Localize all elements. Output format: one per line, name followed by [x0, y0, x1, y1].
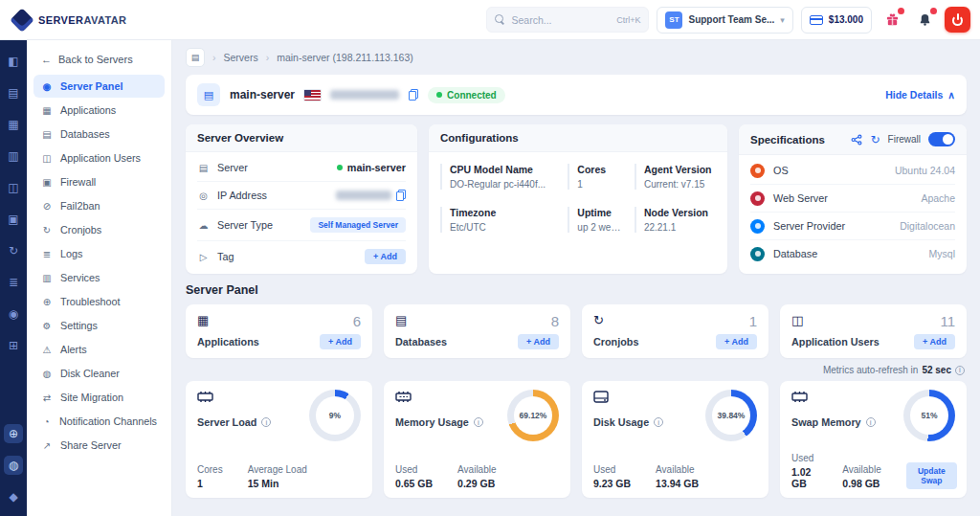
config-agent-version: Agent VersionCurrent: v7.15 [635, 164, 716, 190]
rail-servers-icon[interactable]: ▤ [4, 83, 23, 102]
applications-stat-card[interactable]: ▦6 Applications+ Add [186, 304, 372, 358]
redacted-ip [336, 191, 391, 200]
power-button[interactable] [945, 7, 970, 33]
rail-support-icon[interactable]: ⊕ [4, 424, 23, 443]
users-icon: ◫ [41, 153, 53, 164]
breadcrumb-servers[interactable]: Servers [224, 52, 258, 63]
green-dot-icon [337, 165, 343, 170]
rail-firewall-icon[interactable]: ▣ [4, 210, 23, 229]
search-input[interactable] [511, 14, 599, 26]
info-icon[interactable] [261, 417, 271, 427]
server-header-bar: ▤ main-server Connected Hide Details∧ [186, 75, 967, 115]
sidebar-item-application-users[interactable]: ◫Application Users [33, 146, 165, 169]
rail-cronjobs-icon[interactable]: ↻ [4, 241, 23, 260]
mysql-icon [750, 247, 765, 261]
sidebar-item-firewall[interactable]: ▣Firewall [33, 170, 165, 193]
cronjobs-stat-card[interactable]: ↻1 Cronjobs+ Add [582, 304, 768, 358]
search-box[interactable]: Ctrl+K [486, 7, 649, 33]
rail-terminal-icon[interactable]: ⊞ [4, 336, 23, 355]
brand-part1: SERVER [38, 14, 83, 26]
sidebar-item-logs[interactable]: ≣Logs [33, 242, 165, 265]
sidebar-item-alerts[interactable]: ⚠Alerts [33, 338, 165, 361]
copy-icon[interactable] [396, 190, 406, 201]
share-icon: ↗ [41, 440, 53, 451]
update-swap-button[interactable]: Update Swap [906, 462, 957, 489]
stat-label: Application Users [791, 336, 880, 348]
add-cronjob-button[interactable]: + Add [716, 334, 757, 349]
row-label: Server [217, 162, 248, 173]
notifications-button[interactable] [912, 8, 937, 33]
databases-stat-card[interactable]: ▤8 Databases+ Add [384, 304, 570, 358]
sidebar-item-server-panel[interactable]: ◉Server Panel [33, 75, 165, 98]
sidebar-item-fail2ban[interactable]: ⊘Fail2ban [33, 194, 165, 217]
share-icon[interactable] [851, 134, 862, 146]
rail-applications-icon[interactable]: ▦ [4, 115, 23, 134]
application-users-stat-card[interactable]: ◫11 Application Users+ Add [780, 304, 967, 358]
copy-icon[interactable] [409, 89, 418, 101]
sidebar-item-applications[interactable]: ▦Applications [33, 99, 165, 122]
sidebar-item-troubleshoot[interactable]: ⊕Troubleshoot [33, 290, 165, 313]
firewall-toggle[interactable] [928, 132, 955, 146]
rail-dashboard-icon[interactable]: ◧ [4, 52, 23, 71]
refresh-icon: ↻ [41, 225, 53, 236]
info-icon[interactable] [955, 366, 965, 375]
sidebar-item-label: Site Migration [60, 392, 123, 403]
swap-memory-icon [791, 391, 808, 403]
metric-title: Swap Memory [791, 416, 861, 428]
sidebar-item-label: Alerts [60, 344, 87, 355]
rail-databases-icon[interactable]: ▥ [4, 146, 23, 166]
sidebar-item-services[interactable]: ▥Services [33, 266, 165, 289]
rail-users-icon[interactable]: ◫ [4, 178, 23, 197]
sidebar-item-label: Notification Channels [59, 415, 157, 427]
metric-title: Server Load [197, 416, 256, 428]
add-database-button[interactable]: + Add [518, 334, 559, 349]
team-name: Support Team Se... [688, 14, 774, 25]
info-icon[interactable] [654, 417, 663, 427]
add-application-button[interactable]: + Add [320, 334, 361, 349]
sidebar-item-settings[interactable]: ⚙Settings [33, 314, 165, 337]
sidebar-item-share-server[interactable]: ↗Share Server [33, 434, 165, 457]
icon-rail: ◧ ▤ ▦ ▥ ◫ ▣ ↻ ≣ ◉ ⊞ ⊕ ◍ ◆ [0, 40, 27, 516]
rail-logs-icon[interactable]: ≣ [4, 273, 23, 292]
notifications-badge [928, 6, 939, 16]
rail-monitoring-icon[interactable]: ◉ [4, 304, 23, 324]
notification-icon: ◔ [41, 416, 52, 427]
gear-icon: ⚙ [41, 321, 53, 331]
team-selector[interactable]: ST Support Team Se... ▾ [657, 7, 792, 34]
server-icon: ▤ [197, 163, 210, 173]
sidebar-item-site-migration[interactable]: ⇄Site Migration [33, 386, 165, 409]
status-label: Connected [447, 90, 497, 101]
info-icon[interactable] [474, 417, 483, 427]
rail-billing-icon[interactable]: ◆ [4, 487, 23, 506]
hide-details-button[interactable]: Hide Details∧ [885, 89, 955, 101]
sidebar-item-cronjobs[interactable]: ↻Cronjobs [33, 218, 165, 241]
refresh-icon[interactable]: ↻ [870, 134, 880, 146]
refresh-prefix: Metrics auto-refresh in [823, 365, 918, 375]
add-tag-button[interactable]: + Add [365, 249, 406, 264]
disk-icon [593, 391, 609, 403]
card-title: Configurations [440, 132, 519, 144]
info-icon[interactable] [866, 417, 876, 427]
ban-icon: ⊘ [41, 201, 53, 212]
application-users-count: 11 [940, 313, 955, 329]
metric-cards-row: 9% Server Load Cores1 Average Load15 Min… [186, 381, 967, 498]
sidebar-item-notification-channels[interactable]: ◔Notification Channels [33, 410, 165, 433]
databases-icon: ▤ [395, 313, 407, 327]
sidebar-item-label: Share Server [60, 439, 122, 451]
sidebar-item-disk-cleaner[interactable]: ◍Disk Cleaner [33, 362, 165, 385]
sidebar-item-label: Applications [60, 104, 116, 116]
sidebar-item-label: Databases [60, 128, 110, 140]
stat-label: Databases [395, 336, 447, 348]
grid-icon[interactable]: ▤ [186, 48, 205, 67]
rail-profile-icon[interactable]: ◍ [4, 456, 23, 475]
back-to-servers[interactable]: ← Back to Servers [33, 48, 165, 71]
sidebar-item-label: Troubleshoot [60, 296, 121, 307]
tag-icon: ▷ [197, 252, 210, 262]
server-type-badge: Self Managed Server [310, 217, 406, 233]
applications-icon: ▦ [197, 313, 209, 327]
config-node-version: Node Version22.21.1 [635, 207, 716, 233]
balance-button[interactable]: $13.000 [801, 7, 872, 34]
rewards-button[interactable] [880, 8, 904, 33]
sidebar-item-databases[interactable]: ▤Databases [33, 123, 165, 146]
add-application-user-button[interactable]: + Add [914, 334, 955, 349]
